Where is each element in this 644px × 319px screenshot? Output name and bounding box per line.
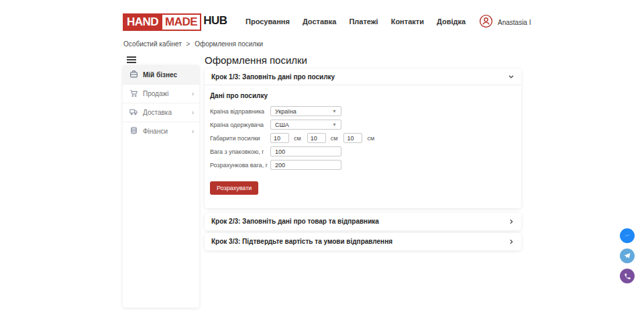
select-arrow-icon: ▼ [332, 109, 337, 113]
weight-input[interactable] [270, 146, 341, 156]
unit-label: см [367, 135, 374, 142]
nav-contacts[interactable]: Контакти [391, 17, 424, 26]
logo-part-made: MADE [162, 13, 201, 31]
step-1-body: Дані про посилку Країна відправника Укра… [205, 85, 521, 200]
hamburger-menu-icon[interactable] [127, 56, 136, 64]
sidebar-item-finance[interactable]: Фінанси › [123, 122, 199, 140]
unit-label: см [294, 135, 301, 142]
step-2-card: Крок 2/3: Заповніть дані про товар та ві… [205, 213, 521, 230]
dimensions-row: Габарити посилки см см см [210, 133, 516, 143]
truck-icon [129, 107, 138, 118]
briefcase-icon [129, 70, 138, 80]
step-2-header[interactable]: Крок 2/3: Заповніть дані про товар та ві… [205, 213, 521, 230]
weight-label: Вага з упаковкою, г [210, 148, 270, 155]
dimensions-label: Габарити посилки [210, 135, 270, 142]
user-name: Anastasia I [498, 19, 531, 26]
sidebar-item-sales[interactable]: Продажі › [123, 84, 199, 103]
step-3-header[interactable]: Крок 3/3: Підтвердьте вартість та умови … [205, 233, 521, 250]
recipient-country-label: Країна одержувача [210, 122, 270, 128]
unit-label: см [331, 135, 338, 142]
nav-promotion[interactable]: Просування [246, 17, 290, 26]
telegram-icon[interactable] [620, 248, 635, 263]
breadcrumb-separator: > [186, 40, 191, 48]
step-1-header[interactable]: Крок 1/3: Заповніть дані про посилку [205, 69, 521, 85]
calc-weight-label: Розрахункова вага, г [210, 162, 270, 169]
chevron-right-icon [508, 216, 515, 228]
step-3-card: Крок 3/3: Підтвердьте вартість та умови … [205, 233, 521, 250]
step-3-label: Крок 3/3: Підтвердьте вартість та умови … [211, 238, 392, 245]
sidebar-item-label: Фінанси [143, 128, 168, 135]
calc-weight-input[interactable] [270, 160, 341, 170]
nav-help[interactable]: Довідка [437, 17, 466, 26]
sidebar: Мій бізнес Продажі › Доставка › [123, 65, 199, 308]
nav-delivery[interactable]: Доставка [303, 17, 337, 26]
step-2-label: Крок 2/3: Заповніть дані про товар та ві… [211, 218, 379, 225]
user-avatar-icon [479, 14, 493, 31]
recipient-country-row: Країна одержувача США ▼ [210, 120, 516, 130]
sidebar-item-label: Доставка [143, 109, 172, 116]
form-section-title: Дані про посилку [210, 92, 516, 99]
chevron-down-icon [508, 71, 515, 83]
sender-country-select[interactable]: Україна ▼ [270, 106, 341, 116]
select-arrow-icon: ▼ [332, 122, 337, 127]
sidebar-item-my-business[interactable]: Мій бізнес [123, 65, 199, 84]
weight-row: Вага з упаковкою, г [210, 146, 516, 156]
page-title: Оформлення посилки [205, 54, 307, 66]
coins-icon [129, 126, 138, 136]
dimension-width-input[interactable] [307, 133, 326, 143]
breadcrumb-parent[interactable]: Особистий кабінет [123, 40, 182, 48]
calc-weight-row: Розрахункова вага, г [210, 160, 516, 170]
recipient-country-value: США [275, 122, 289, 128]
breadcrumb: Особистий кабінет > Оформлення посилки [123, 40, 263, 48]
chevron-right-icon [508, 236, 515, 248]
top-header: HAND MADE HUB Просування Доставка Платеж… [0, 0, 644, 38]
chevron-right-icon: › [192, 128, 194, 135]
dimension-length-input[interactable] [270, 133, 289, 143]
recipient-country-select[interactable]: США ▼ [270, 120, 341, 130]
step-1-card: Крок 1/3: Заповніть дані про посилку Дан… [205, 69, 521, 208]
chevron-right-icon: › [192, 109, 194, 116]
cart-icon [129, 89, 138, 99]
sender-country-value: Україна [275, 108, 297, 115]
chevron-right-icon: › [192, 90, 194, 97]
sidebar-item-label: Продажі [143, 90, 168, 97]
sidebar-item-delivery[interactable]: Доставка › [123, 103, 199, 122]
messenger-icon[interactable] [620, 228, 635, 243]
logo-part-hand: HAND [123, 13, 162, 31]
logo-part-hub: HUB [201, 13, 228, 31]
viber-icon[interactable] [620, 269, 635, 283]
step-1-label: Крок 1/3: Заповніть дані про посилку [211, 73, 335, 81]
logo[interactable]: HAND MADE HUB [123, 13, 229, 31]
sender-country-row: Країна відправника Україна ▼ [210, 106, 516, 116]
sender-country-label: Країна відправника [210, 108, 270, 115]
breadcrumb-current: Оформлення посилки [195, 40, 263, 48]
sidebar-item-label: Мій бізнес [143, 71, 177, 79]
main-nav: Просування Доставка Платежі Контакти Дов… [246, 17, 466, 26]
dimension-height-input[interactable] [343, 133, 362, 143]
user-menu[interactable]: Anastasia I [479, 14, 531, 31]
calculate-button[interactable]: Розрахувати [210, 181, 258, 195]
nav-payments[interactable]: Платежі [349, 17, 378, 26]
